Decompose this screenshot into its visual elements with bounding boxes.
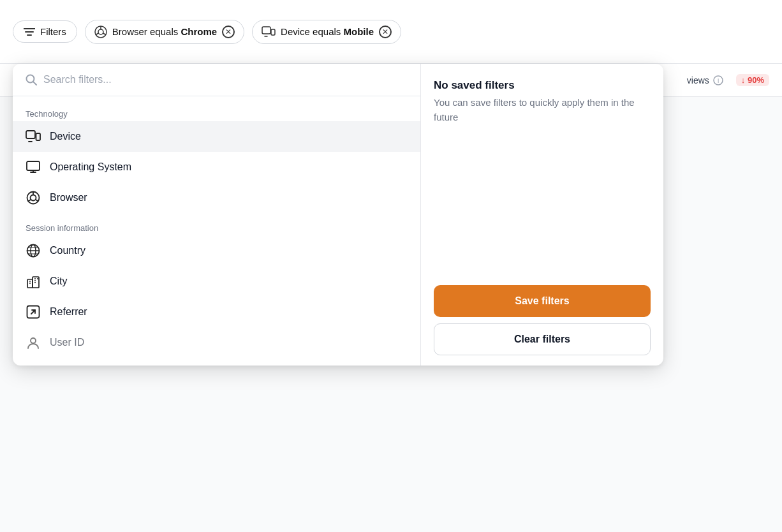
search-area (13, 64, 420, 96)
no-saved-desc: You can save filters to quickly apply th… (434, 96, 651, 124)
section-session: Session information (13, 218, 420, 235)
filters-label: Filters (40, 26, 66, 37)
no-saved-filters-section: No saved filters You can save filters to… (434, 79, 651, 124)
svg-rect-16 (36, 133, 41, 140)
section-technology: Technology (13, 104, 420, 121)
filter-item-device[interactable]: Device (13, 121, 420, 152)
svg-line-14 (33, 82, 36, 85)
filter-list: Technology Device (13, 96, 420, 366)
device-chip-value: Mobile (343, 26, 374, 37)
country-filter-icon (26, 243, 41, 258)
filter-item-referrer[interactable]: Referrer (13, 297, 420, 327)
info-icon: i (713, 75, 723, 85)
filter-item-userid[interactable]: User ID (13, 327, 420, 358)
filter-bar: Filters Browser equals Chrome ✕ Device e… (0, 0, 782, 64)
referrer-item-label: Referrer (50, 306, 87, 318)
city-filter-icon (26, 274, 41, 289)
os-item-label: Operating System (50, 161, 131, 173)
svg-rect-8 (262, 27, 270, 34)
filters-button[interactable]: Filters (13, 20, 77, 43)
device-chip-icon (262, 26, 276, 38)
filter-item-browser[interactable]: Browser (13, 182, 420, 213)
browser-chip-close[interactable]: ✕ (222, 26, 235, 38)
browser-item-label: Browser (50, 192, 87, 203)
userid-filter-icon (26, 335, 41, 350)
filter-dropdown: Technology Device (13, 64, 663, 366)
svg-rect-9 (271, 29, 275, 35)
device-filter-chip[interactable]: Device equals Mobile ✕ (252, 20, 401, 44)
svg-point-22 (31, 195, 36, 201)
country-item-label: Country (50, 245, 85, 256)
search-icon (26, 74, 37, 85)
filter-left-panel: Technology Device (13, 64, 421, 366)
svg-line-24 (28, 200, 31, 202)
device-item-label: Device (50, 131, 81, 142)
svg-rect-18 (27, 161, 40, 170)
save-filters-button[interactable]: Save filters (434, 285, 651, 317)
browser-chip-value: Chrome (181, 26, 217, 37)
browser-chip-label: Browser equals Chrome (112, 26, 217, 37)
city-item-label: City (50, 276, 68, 287)
no-saved-title: No saved filters (434, 79, 651, 92)
search-filters-input[interactable] (43, 74, 408, 85)
right-panel-actions: Save filters Clear filters (434, 285, 651, 355)
svg-text:i: i (718, 77, 719, 84)
clear-filters-button[interactable]: Clear filters (434, 323, 651, 355)
browser-filter-chip[interactable]: Browser equals Chrome ✕ (85, 20, 244, 44)
svg-line-6 (96, 33, 99, 35)
device-chip-close[interactable]: ✕ (379, 26, 392, 38)
svg-line-25 (36, 200, 39, 202)
chrome-chip-icon (94, 26, 107, 38)
os-filter-icon (26, 159, 41, 175)
filter-item-country[interactable]: Country (13, 235, 420, 266)
views-label: views i (687, 75, 723, 85)
filter-icon (24, 27, 35, 36)
device-filter-icon (26, 129, 41, 144)
filter-right-panel: No saved filters You can save filters to… (421, 64, 663, 366)
svg-rect-15 (26, 131, 35, 138)
filter-item-city[interactable]: City (13, 266, 420, 297)
device-chip-label: Device equals Mobile (281, 26, 374, 37)
svg-line-7 (103, 33, 106, 35)
browser-filter-icon (26, 190, 41, 205)
svg-point-4 (98, 29, 103, 34)
browser-chip-prefix: Browser equals (112, 26, 181, 37)
filter-item-os[interactable]: Operating System (13, 152, 420, 182)
device-chip-prefix: Device equals (281, 26, 343, 37)
views-badge: ↓ 90% (736, 74, 769, 86)
svg-point-40 (31, 338, 36, 343)
userid-item-label: User ID (50, 337, 84, 348)
referrer-filter-icon (26, 304, 41, 320)
